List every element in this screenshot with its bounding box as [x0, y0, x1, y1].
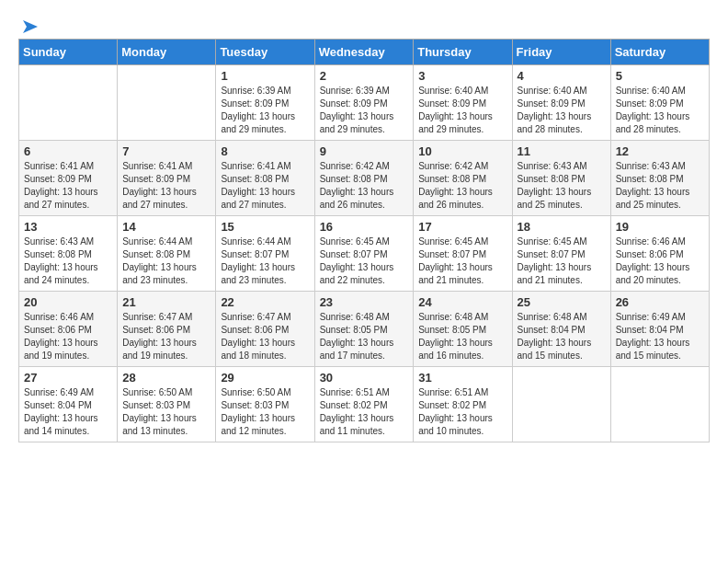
day-number: 12 [616, 144, 704, 158]
day-number: 5 [616, 69, 704, 83]
day-info: Sunrise: 6:44 AMSunset: 8:07 PMDaylight:… [221, 236, 309, 287]
calendar-cell [118, 65, 216, 141]
day-info: Sunrise: 6:40 AMSunset: 8:09 PMDaylight:… [616, 85, 704, 136]
calendar-week-2: 6Sunrise: 6:41 AMSunset: 8:09 PMDaylight… [19, 141, 710, 216]
day-info: Sunrise: 6:45 AMSunset: 8:07 PMDaylight:… [320, 236, 409, 287]
calendar-cell: 5Sunrise: 6:40 AMSunset: 8:09 PMDaylight… [610, 65, 709, 141]
day-number: 19 [616, 220, 704, 234]
day-number: 21 [122, 295, 210, 309]
calendar-cell: 20Sunrise: 6:46 AMSunset: 8:06 PMDayligh… [19, 292, 118, 367]
day-info: Sunrise: 6:45 AMSunset: 8:07 PMDaylight:… [518, 236, 606, 287]
calendar-cell: 15Sunrise: 6:44 AMSunset: 8:07 PMDayligh… [216, 216, 314, 292]
calendar-week-1: 1Sunrise: 6:39 AMSunset: 8:09 PMDaylight… [19, 65, 710, 141]
calendar-cell: 28Sunrise: 6:50 AMSunset: 8:03 PMDayligh… [118, 367, 216, 442]
calendar-cell: 31Sunrise: 6:51 AMSunset: 8:02 PMDayligh… [414, 367, 512, 442]
calendar-cell: 1Sunrise: 6:39 AMSunset: 8:09 PMDaylight… [216, 65, 314, 141]
day-number: 14 [122, 220, 210, 234]
calendar-cell: 26Sunrise: 6:49 AMSunset: 8:04 PMDayligh… [610, 292, 709, 367]
calendar-cell: 10Sunrise: 6:42 AMSunset: 8:08 PMDayligh… [414, 141, 512, 216]
calendar-cell: 22Sunrise: 6:47 AMSunset: 8:06 PMDayligh… [216, 292, 314, 367]
day-info: Sunrise: 6:44 AMSunset: 8:08 PMDaylight:… [122, 236, 210, 287]
day-number: 11 [518, 144, 606, 158]
day-info: Sunrise: 6:51 AMSunset: 8:02 PMDaylight:… [320, 386, 409, 438]
calendar-table: SundayMondayTuesdayWednesdayThursdayFrid… [18, 39, 710, 442]
day-info: Sunrise: 6:43 AMSunset: 8:08 PMDaylight:… [518, 160, 606, 212]
calendar-week-4: 20Sunrise: 6:46 AMSunset: 8:06 PMDayligh… [19, 292, 710, 367]
calendar-cell: 14Sunrise: 6:44 AMSunset: 8:08 PMDayligh… [118, 216, 216, 292]
day-info: Sunrise: 6:42 AMSunset: 8:08 PMDaylight:… [320, 160, 409, 212]
day-info: Sunrise: 6:51 AMSunset: 8:02 PMDaylight:… [418, 386, 506, 438]
day-number: 3 [418, 69, 506, 83]
day-info: Sunrise: 6:39 AMSunset: 8:09 PMDaylight:… [221, 85, 309, 136]
day-number: 7 [122, 144, 210, 158]
day-info: Sunrise: 6:40 AMSunset: 8:09 PMDaylight:… [518, 85, 606, 136]
day-info: Sunrise: 6:42 AMSunset: 8:08 PMDaylight:… [418, 160, 506, 212]
calendar-cell: 11Sunrise: 6:43 AMSunset: 8:08 PMDayligh… [512, 141, 610, 216]
calendar-cell: 6Sunrise: 6:41 AMSunset: 8:09 PMDaylight… [19, 141, 118, 216]
calendar-cell: 21Sunrise: 6:47 AMSunset: 8:06 PMDayligh… [118, 292, 216, 367]
calendar-cell: 2Sunrise: 6:39 AMSunset: 8:09 PMDaylight… [314, 65, 414, 141]
day-info: Sunrise: 6:48 AMSunset: 8:05 PMDaylight:… [418, 311, 506, 362]
calendar-cell: 16Sunrise: 6:45 AMSunset: 8:07 PMDayligh… [314, 216, 414, 292]
calendar-week-5: 27Sunrise: 6:49 AMSunset: 8:04 PMDayligh… [19, 367, 710, 442]
day-info: Sunrise: 6:46 AMSunset: 8:06 PMDaylight:… [616, 236, 704, 287]
logo-arrow-icon [19, 18, 40, 35]
day-info: Sunrise: 6:47 AMSunset: 8:06 PMDaylight:… [221, 311, 309, 362]
day-number: 16 [320, 220, 409, 234]
calendar-cell: 19Sunrise: 6:46 AMSunset: 8:06 PMDayligh… [610, 216, 709, 292]
calendar-cell [610, 367, 709, 442]
day-number: 13 [24, 220, 112, 234]
day-info: Sunrise: 6:50 AMSunset: 8:03 PMDaylight:… [221, 386, 309, 438]
header-wednesday: Wednesday [314, 40, 414, 65]
page-header [18, 18, 710, 29]
day-number: 27 [24, 371, 112, 385]
calendar-header-row: SundayMondayTuesdayWednesdayThursdayFrid… [19, 40, 710, 65]
day-info: Sunrise: 6:45 AMSunset: 8:07 PMDaylight:… [418, 236, 506, 287]
calendar-cell: 3Sunrise: 6:40 AMSunset: 8:09 PMDaylight… [414, 65, 512, 141]
day-info: Sunrise: 6:41 AMSunset: 8:08 PMDaylight:… [221, 160, 309, 212]
calendar-cell: 7Sunrise: 6:41 AMSunset: 8:09 PMDaylight… [118, 141, 216, 216]
calendar-cell [512, 367, 610, 442]
calendar-cell: 9Sunrise: 6:42 AMSunset: 8:08 PMDaylight… [314, 141, 414, 216]
day-number: 17 [418, 220, 506, 234]
calendar-cell: 24Sunrise: 6:48 AMSunset: 8:05 PMDayligh… [414, 292, 512, 367]
day-info: Sunrise: 6:43 AMSunset: 8:08 PMDaylight:… [24, 236, 112, 287]
day-info: Sunrise: 6:50 AMSunset: 8:03 PMDaylight:… [122, 386, 210, 438]
day-number: 22 [221, 295, 309, 309]
day-number: 29 [221, 371, 309, 385]
svg-marker-1 [23, 20, 38, 33]
calendar-cell: 23Sunrise: 6:48 AMSunset: 8:05 PMDayligh… [314, 292, 414, 367]
calendar-cell [19, 65, 118, 141]
day-number: 28 [122, 371, 210, 385]
calendar-cell: 29Sunrise: 6:50 AMSunset: 8:03 PMDayligh… [216, 367, 314, 442]
day-info: Sunrise: 6:47 AMSunset: 8:06 PMDaylight:… [122, 311, 210, 362]
header-tuesday: Tuesday [216, 40, 314, 65]
header-saturday: Saturday [610, 40, 709, 65]
calendar-cell: 12Sunrise: 6:43 AMSunset: 8:08 PMDayligh… [610, 141, 709, 216]
day-info: Sunrise: 6:39 AMSunset: 8:09 PMDaylight:… [320, 85, 409, 136]
calendar-cell: 17Sunrise: 6:45 AMSunset: 8:07 PMDayligh… [414, 216, 512, 292]
day-number: 26 [616, 295, 704, 309]
day-number: 30 [320, 371, 409, 385]
day-number: 8 [221, 144, 309, 158]
day-info: Sunrise: 6:48 AMSunset: 8:04 PMDaylight:… [518, 311, 606, 362]
day-info: Sunrise: 6:41 AMSunset: 8:09 PMDaylight:… [24, 160, 112, 212]
day-info: Sunrise: 6:40 AMSunset: 8:09 PMDaylight:… [418, 85, 506, 136]
day-number: 20 [24, 295, 112, 309]
day-number: 4 [518, 69, 606, 83]
day-number: 1 [221, 69, 309, 83]
day-info: Sunrise: 6:48 AMSunset: 8:05 PMDaylight:… [320, 311, 409, 362]
day-info: Sunrise: 6:49 AMSunset: 8:04 PMDaylight:… [24, 386, 112, 438]
calendar-cell: 25Sunrise: 6:48 AMSunset: 8:04 PMDayligh… [512, 292, 610, 367]
calendar-cell: 8Sunrise: 6:41 AMSunset: 8:08 PMDaylight… [216, 141, 314, 216]
day-info: Sunrise: 6:41 AMSunset: 8:09 PMDaylight:… [122, 160, 210, 212]
day-number: 24 [418, 295, 506, 309]
calendar-cell: 18Sunrise: 6:45 AMSunset: 8:07 PMDayligh… [512, 216, 610, 292]
calendar-cell: 4Sunrise: 6:40 AMSunset: 8:09 PMDaylight… [512, 65, 610, 141]
day-info: Sunrise: 6:43 AMSunset: 8:08 PMDaylight:… [616, 160, 704, 212]
header-thursday: Thursday [414, 40, 512, 65]
header-monday: Monday [118, 40, 216, 65]
calendar-cell: 27Sunrise: 6:49 AMSunset: 8:04 PMDayligh… [19, 367, 118, 442]
day-number: 25 [518, 295, 606, 309]
day-number: 6 [24, 144, 112, 158]
